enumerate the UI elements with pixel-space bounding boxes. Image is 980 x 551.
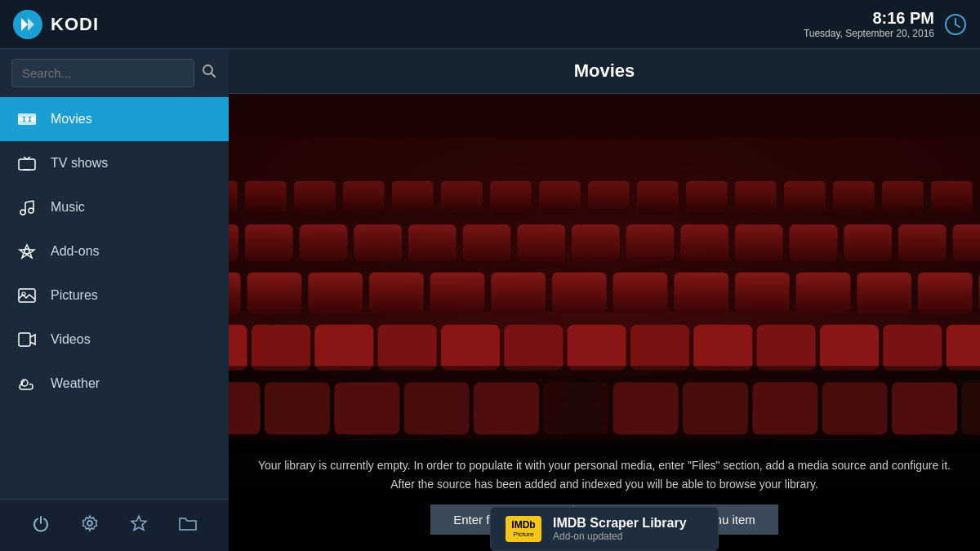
svg-rect-79	[796, 273, 851, 314]
content-area: Movies	[229, 49, 980, 551]
settings-icon	[81, 514, 99, 532]
svg-rect-65	[898, 224, 947, 261]
svg-line-20	[25, 201, 33, 202]
svg-rect-38	[441, 181, 483, 214]
tvshows-icon	[16, 153, 38, 174]
svg-rect-80	[857, 273, 911, 314]
sidebar-item-pictures[interactable]: Pictures	[0, 273, 229, 318]
sidebar-item-weather-label: Weather	[51, 376, 100, 391]
movies-icon	[16, 109, 38, 130]
svg-rect-56	[408, 224, 457, 261]
svg-rect-61	[680, 224, 728, 261]
search-input[interactable]	[11, 59, 194, 87]
folder-icon	[179, 515, 197, 531]
svg-rect-39	[490, 181, 532, 214]
svg-point-10	[30, 117, 35, 122]
svg-rect-69	[229, 273, 241, 314]
svg-rect-60	[626, 224, 675, 261]
kodi-logo-icon	[13, 10, 42, 39]
svg-rect-86	[252, 325, 310, 371]
clock-icon	[944, 13, 967, 36]
bottom-toolbar	[0, 499, 229, 551]
sidebar-item-tvshows[interactable]: TV shows	[0, 141, 229, 185]
svg-rect-59	[572, 224, 620, 261]
current-time: 8:16 PM	[804, 9, 934, 28]
svg-point-8	[19, 117, 24, 122]
folder-button[interactable]	[174, 510, 202, 540]
sidebar-item-pictures-label: Pictures	[51, 288, 98, 303]
svg-rect-40	[539, 181, 581, 214]
svg-rect-62	[735, 224, 783, 261]
svg-rect-81	[918, 273, 973, 314]
svg-rect-54	[300, 224, 348, 261]
svg-line-7	[212, 73, 216, 78]
svg-rect-58	[517, 224, 565, 261]
favorites-button[interactable]	[125, 509, 153, 541]
svg-rect-90	[504, 325, 563, 371]
svg-rect-53	[245, 224, 293, 261]
svg-rect-34	[245, 181, 287, 214]
svg-rect-42	[637, 181, 679, 214]
svg-rect-13	[19, 159, 35, 170]
svg-rect-97	[947, 325, 980, 371]
svg-rect-41	[588, 181, 630, 214]
sidebar-item-movies-label: Movies	[51, 112, 92, 127]
current-date: Tuesday, September 20, 2016	[804, 28, 934, 39]
imdb-subtitle: Add-on updated	[553, 531, 687, 542]
svg-point-16	[20, 210, 25, 215]
svg-rect-92	[630, 325, 689, 371]
sidebar-item-addons[interactable]: Add-ons	[0, 229, 229, 273]
svg-line-5	[956, 24, 960, 27]
svg-rect-47	[882, 181, 924, 214]
datetime: 8:16 PM Tuesday, September 20, 2016	[804, 9, 934, 39]
svg-rect-95	[820, 325, 879, 371]
sidebar-item-videos-label: Videos	[51, 332, 91, 347]
svg-rect-77	[674, 273, 728, 314]
svg-rect-76	[613, 273, 668, 314]
sidebar: Movies TV shows	[0, 49, 229, 551]
nav-items: Movies TV shows	[0, 97, 229, 499]
svg-rect-70	[247, 273, 302, 314]
sidebar-item-weather[interactable]: Weather	[0, 362, 229, 406]
search-button[interactable]	[201, 63, 217, 83]
svg-rect-75	[552, 273, 607, 314]
svg-rect-89	[441, 325, 500, 371]
svg-rect-74	[491, 273, 546, 314]
sidebar-item-movies[interactable]: Movies	[0, 97, 229, 141]
svg-rect-87	[314, 325, 373, 371]
search-icon	[201, 63, 217, 79]
settings-button[interactable]	[76, 509, 104, 541]
svg-rect-94	[757, 325, 816, 371]
app-title: KODI	[51, 14, 99, 35]
sidebar-item-videos[interactable]: Videos	[0, 318, 229, 362]
power-button[interactable]	[27, 509, 55, 541]
svg-rect-71	[308, 273, 363, 314]
sidebar-item-music[interactable]: Music	[0, 185, 229, 229]
svg-point-22	[24, 249, 29, 254]
svg-rect-73	[430, 273, 485, 314]
videos-icon	[16, 329, 38, 350]
svg-rect-43	[686, 181, 728, 214]
theater-container: Your library is currently empty. In orde…	[229, 94, 980, 551]
imdb-title: IMDB Scraper Library	[553, 516, 687, 531]
svg-rect-46	[833, 181, 875, 214]
search-bar	[0, 49, 229, 97]
imdb-info: IMDB Scraper Library Add-on updated	[553, 516, 687, 542]
sidebar-item-addons-label: Add-ons	[51, 244, 100, 259]
svg-rect-48	[931, 181, 973, 214]
svg-rect-85	[229, 325, 247, 371]
svg-rect-88	[378, 325, 437, 371]
svg-rect-55	[354, 224, 402, 261]
svg-rect-57	[463, 224, 511, 261]
svg-rect-37	[392, 181, 434, 214]
addons-icon	[16, 241, 38, 262]
svg-rect-96	[883, 325, 942, 371]
header-right: 8:16 PM Tuesday, September 20, 2016	[804, 9, 967, 39]
sidebar-item-tvshows-label: TV shows	[51, 156, 108, 171]
svg-marker-21	[20, 245, 34, 258]
header-logo-area: KODI	[13, 10, 99, 39]
music-icon	[16, 197, 38, 218]
header: KODI 8:16 PM Tuesday, September 20, 2016	[0, 0, 980, 49]
svg-rect-36	[343, 181, 385, 214]
svg-rect-33	[229, 181, 238, 214]
